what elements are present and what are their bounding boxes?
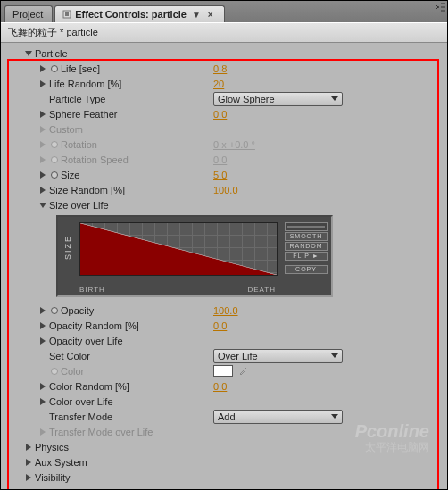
tab-project[interactable]: Project <box>4 5 53 22</box>
triangle-right-icon <box>38 186 47 195</box>
value: 0 x +0.0 ° <box>213 139 255 150</box>
triangle-right-icon <box>38 110 47 119</box>
graph-btn-copy[interactable]: COPY <box>285 265 328 274</box>
triangle-right-icon <box>38 321 47 330</box>
triangle-right-icon <box>38 140 47 149</box>
value[interactable]: 20 <box>213 79 224 89</box>
triangle-right-icon <box>38 170 47 179</box>
graph-btn-random[interactable]: RANDOM <box>285 242 328 251</box>
group-size-over-life[interactable]: Size over Life <box>4 197 447 212</box>
effect-panel: Particle Life [sec]0.8 Life Random [%]20… <box>1 43 447 490</box>
triangle-right-icon <box>38 397 47 406</box>
stopwatch-icon[interactable] <box>49 63 59 73</box>
group-particle[interactable]: Particle <box>4 46 447 61</box>
close-icon[interactable]: × <box>206 10 215 20</box>
prop-size-random[interactable]: Size Random [%]100.0 <box>4 182 447 197</box>
dropdown-icon[interactable]: ▼ <box>190 10 203 20</box>
tab-effect-controls[interactable]: Effect Controls: particle ▼ × <box>54 5 224 22</box>
prop-color: Color <box>4 363 447 378</box>
prop-transfer-mode[interactable]: Transfer ModeAdd <box>4 409 447 424</box>
graph-btn-smooth[interactable]: SMOOTH <box>285 232 328 241</box>
graph-canvas[interactable] <box>79 222 278 276</box>
triangle-right-icon <box>24 473 33 482</box>
triangle-down-icon <box>24 49 33 58</box>
graph-btn-flip[interactable]: FLIP ► <box>285 252 328 261</box>
triangle-right-icon <box>24 443 33 452</box>
value[interactable]: 5.0 <box>213 170 227 180</box>
value[interactable]: 100.0 <box>213 185 238 195</box>
group-color-over-life[interactable]: Color over Life <box>4 394 447 409</box>
triangle-right-icon <box>38 306 47 315</box>
triangle-down-icon <box>38 201 47 210</box>
prop-rotation-speed: Rotation Speed0.0 <box>4 152 447 167</box>
prop-size[interactable]: Size5.0 <box>4 167 447 182</box>
stopwatch-icon <box>49 366 59 376</box>
value[interactable]: 0.0 <box>213 320 227 331</box>
tab-label: Effect Controls: particle <box>75 9 187 20</box>
graph-birth-label: BIRTH <box>79 286 105 294</box>
svg-rect-1 <box>65 12 69 16</box>
group-transfer-mode-over-life: Transfer Mode over Life <box>4 424 447 439</box>
stopwatch-icon <box>49 139 59 149</box>
dropdown-particle-type[interactable]: Glow Sphere <box>213 92 343 106</box>
prop-particle-type[interactable]: Particle TypeGlow Sphere <box>4 91 447 106</box>
stopwatch-icon[interactable] <box>49 170 59 179</box>
prop-sphere-feather[interactable]: Sphere Feather0.0 <box>4 106 447 121</box>
triangle-right-icon <box>38 382 47 391</box>
prop-life[interactable]: Life [sec]0.8 <box>4 61 447 76</box>
graph-y-label: SIZE <box>63 235 72 260</box>
value[interactable]: 0.0 <box>213 109 227 120</box>
comp-header: 飞舞的粒子 * particle <box>1 22 447 43</box>
prop-opacity[interactable]: Opacity100.0 <box>4 303 447 318</box>
triangle-right-icon <box>38 155 47 164</box>
value[interactable]: 100.0 <box>213 305 238 316</box>
chevron-down-icon <box>331 353 338 358</box>
dropdown-set-color[interactable]: Over Life <box>213 349 343 363</box>
dropdown-transfer-mode[interactable]: Add <box>213 410 343 424</box>
graph-presets-icon[interactable] <box>285 222 328 231</box>
tab-bar: Project Effect Controls: particle ▼ × <box>1 1 447 22</box>
stopwatch-icon <box>49 154 59 164</box>
panel-menu-icon[interactable] <box>435 1 447 13</box>
value[interactable]: 0.0 <box>213 381 227 392</box>
prop-rotation: Rotation0 x +0.0 ° <box>4 137 447 152</box>
value[interactable]: 0.8 <box>213 63 227 74</box>
triangle-right-icon <box>38 428 47 436</box>
chevron-down-icon <box>331 414 338 419</box>
value: 0.0 <box>213 154 227 165</box>
prop-opacity-random[interactable]: Opacity Random [%]0.0 <box>4 318 447 333</box>
stopwatch-icon[interactable] <box>49 305 59 315</box>
group-physics[interactable]: Physics <box>4 439 447 454</box>
triangle-right-icon <box>24 458 33 467</box>
graph-buttons: SMOOTH RANDOM FLIP ► COPY <box>285 222 328 274</box>
graph-death-label: DEATH <box>247 286 276 294</box>
eyedropper-icon <box>237 365 249 377</box>
group-aux-system[interactable]: Aux System <box>4 454 447 469</box>
group-motion-blur[interactable]: Motion Blur <box>4 485 447 490</box>
tab-label: Project <box>12 9 43 20</box>
prop-life-random[interactable]: Life Random [%]20 <box>4 76 447 91</box>
prop-set-color[interactable]: Set ColorOver Life <box>4 348 447 363</box>
color-swatch <box>213 365 233 377</box>
group-visibility[interactable]: Visibility <box>4 469 447 485</box>
chevron-down-icon <box>331 96 338 101</box>
triangle-right-icon <box>38 336 47 345</box>
prop-color-random[interactable]: Color Random [%]0.0 <box>4 378 447 394</box>
size-over-life-graph[interactable]: SIZE BIRTH DEATH SMOOTH RANDOM FLIP ► CO… <box>56 215 333 297</box>
prop-custom: Custom <box>4 121 447 137</box>
triangle-right-icon <box>38 125 47 134</box>
panel-icon <box>62 10 71 19</box>
triangle-right-icon <box>38 64 47 73</box>
triangle-right-icon <box>38 79 47 88</box>
group-opacity-over-life[interactable]: Opacity over Life <box>4 333 447 348</box>
